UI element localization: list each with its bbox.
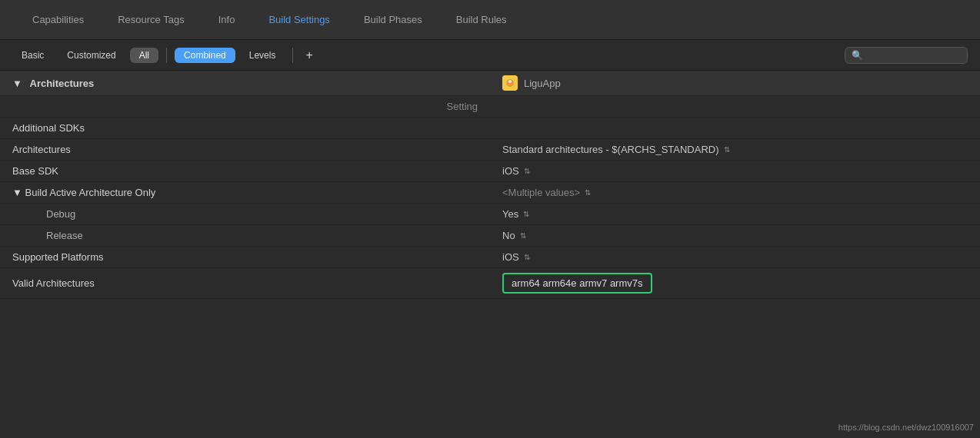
table-row: Additional SDKs — [0, 118, 980, 139]
value-cell: iOS ⇅ — [502, 165, 968, 177]
top-tab-bar: Capabilities Resource Tags Info Build Se… — [0, 0, 980, 40]
section-header-row: ▼ Architectures LiguApp — [0, 71, 980, 96]
value-cell: arm64 arm64e armv7 armv7s — [502, 273, 968, 294]
row-name-valid-arch: Valid Architectures — [0, 268, 490, 299]
app-icon — [502, 75, 518, 91]
table-row: Architectures Standard architectures - $… — [0, 139, 980, 161]
row-value-architectures: Standard architectures - $(ARCHS_STANDAR… — [490, 139, 980, 161]
search-icon: 🔍 — [852, 50, 863, 61]
row-value-valid-arch: arm64 arm64e armv7 armv7s — [490, 268, 980, 299]
value-cell: Standard architectures - $(ARCHS_STANDAR… — [502, 144, 968, 155]
section-title-cell: ▼ Architectures — [0, 71, 490, 96]
levels-button[interactable]: Levels — [240, 48, 285, 63]
column-header-row: Setting — [0, 96, 980, 118]
table-row: Release No ⇅ — [0, 225, 980, 247]
value-text: <Multiple values> — [502, 187, 580, 198]
tab-build-phases[interactable]: Build Phases — [347, 3, 439, 36]
section-header-app-cell: LiguApp — [490, 71, 980, 96]
watermark: https://blog.csdn.net/dwz100916007 — [838, 423, 974, 432]
column-setting-label: Setting — [0, 96, 490, 118]
tab-info[interactable]: Info — [202, 3, 252, 36]
value-text: iOS — [502, 251, 519, 263]
stepper-icon[interactable]: ⇅ — [585, 188, 591, 197]
value-cell: No ⇅ — [502, 230, 968, 241]
app-icon-row: LiguApp — [502, 75, 968, 91]
value-text: Yes — [502, 208, 518, 220]
value-text: No — [502, 230, 515, 241]
settings-table: ▼ Architectures LiguApp Setti — [0, 71, 980, 299]
divider — [166, 48, 167, 63]
svg-point-2 — [508, 80, 512, 83]
search-box[interactable]: 🔍 — [845, 47, 968, 64]
tab-build-settings[interactable]: Build Settings — [252, 3, 347, 36]
row-value-build-active-arch: <Multiple values> ⇅ — [490, 182, 980, 204]
divider2 — [292, 48, 293, 63]
stepper-icon[interactable]: ⇅ — [524, 253, 530, 261]
customized-button[interactable]: Customized — [58, 48, 125, 63]
row-name-release: Release — [0, 225, 490, 247]
value-text: Standard architectures - $(ARCHS_STANDAR… — [502, 144, 719, 155]
table-row: Valid Architectures arm64 arm64e armv7 a… — [0, 268, 980, 299]
add-button[interactable]: + — [301, 48, 317, 62]
sub-toolbar: Basic Customized All Combined Levels + 🔍 — [0, 40, 980, 71]
stepper-icon[interactable]: ⇅ — [524, 167, 530, 175]
highlighted-value[interactable]: arm64 arm64e armv7 armv7s — [502, 273, 652, 294]
row-name-build-active-arch: ▼ Build Active Architecture Only — [0, 182, 490, 204]
stepper-icon[interactable]: ⇅ — [520, 231, 526, 240]
tab-resource-tags[interactable]: Resource Tags — [101, 3, 201, 36]
app-name-label: LiguApp — [524, 78, 561, 89]
stepper-icon[interactable]: ⇅ — [724, 145, 730, 154]
row-name-base-sdk: Base SDK — [0, 161, 490, 182]
row-value-supported-platforms: iOS ⇅ — [490, 247, 980, 268]
basic-button[interactable]: Basic — [12, 48, 53, 63]
value-text: iOS — [502, 165, 519, 177]
content-area: ▼ Architectures LiguApp Setti — [0, 71, 980, 299]
value-cell: Yes ⇅ — [502, 208, 968, 220]
section-triangle-icon: ▼ — [12, 78, 22, 89]
row-value-release: No ⇅ — [490, 225, 980, 247]
row-name-debug: Debug — [0, 204, 490, 225]
tab-build-rules[interactable]: Build Rules — [439, 3, 524, 36]
row-name-supported-platforms: Supported Platforms — [0, 247, 490, 268]
section-title: Architectures — [30, 78, 95, 89]
row-label: Build Active Architecture Only — [25, 187, 155, 198]
combined-button[interactable]: Combined — [175, 48, 235, 63]
column-app-label — [490, 96, 980, 118]
value-cell: <Multiple values> ⇅ — [502, 187, 968, 198]
row-name-additional-sdks: Additional SDKs — [0, 118, 490, 139]
row-value-debug: Yes ⇅ — [490, 204, 980, 225]
row-value-additional-sdks — [490, 118, 980, 139]
table-row: Base SDK iOS ⇅ — [0, 161, 980, 182]
all-button[interactable]: All — [130, 48, 158, 63]
table-row: Debug Yes ⇅ — [0, 204, 980, 225]
table-row: Supported Platforms iOS ⇅ — [0, 247, 980, 268]
row-name-architectures: Architectures — [0, 139, 490, 161]
stepper-icon[interactable]: ⇅ — [523, 210, 529, 218]
table-row: ▼ Build Active Architecture Only <Multip… — [0, 182, 980, 204]
value-cell: iOS ⇅ — [502, 251, 968, 263]
tab-capabilities[interactable]: Capabilities — [15, 3, 101, 36]
row-value-base-sdk: iOS ⇅ — [490, 161, 980, 182]
expand-triangle-icon[interactable]: ▼ — [12, 187, 25, 198]
